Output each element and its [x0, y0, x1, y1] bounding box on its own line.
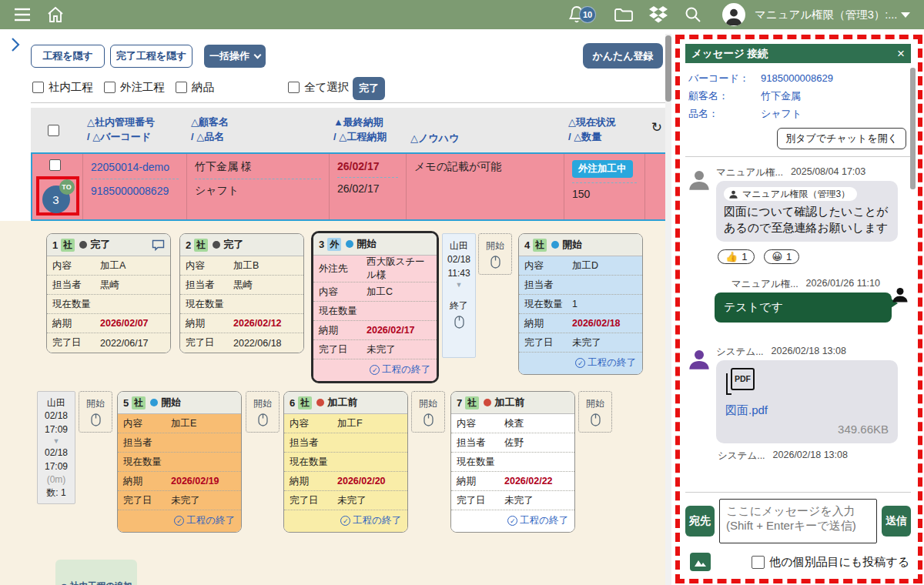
files-button[interactable] — [611, 2, 637, 28]
row-value-due: 2026/02/20 — [337, 476, 386, 486]
recipient-button[interactable]: 宛先 — [685, 506, 715, 537]
start-process-button[interactable]: 開始 — [79, 391, 112, 433]
select-all-checkbox[interactable] — [288, 82, 300, 93]
user-avatar[interactable] — [722, 3, 745, 26]
start-date: 02/18 — [444, 252, 474, 266]
card-header: 2 社 完了 — [180, 234, 303, 256]
hide-process-button[interactable]: 工程を隠す — [31, 45, 105, 68]
finish-process-link[interactable]: ✓工程の終了 — [507, 514, 568, 527]
mouse-icon — [258, 413, 268, 426]
filter-outsourced-checkbox[interactable] — [104, 82, 116, 93]
start-process-button[interactable]: 開始 — [411, 391, 445, 433]
collapse-sidebar-button[interactable] — [9, 36, 22, 56]
process-card-5[interactable]: 5 社 開始 内容加工E 担当者 現在数量 納期2026/02/19 完了日未完… — [117, 391, 242, 533]
message-time: 2026/02/18 13:08 — [772, 346, 846, 359]
open-chat-new-tab-button[interactable]: 別タブでチャットを開く — [777, 128, 906, 149]
start-process-button[interactable]: 開始 — [246, 391, 280, 433]
row-value-due: 2026/02/12 — [233, 318, 282, 329]
user-menu-label[interactable]: マニュアル権限（管理3）:... — [755, 8, 897, 22]
storage-button[interactable] — [645, 2, 671, 28]
user-menu-caret-icon[interactable] — [901, 12, 910, 18]
start-process-button[interactable]: 開始 — [578, 391, 612, 433]
comment-icon[interactable] — [152, 239, 165, 251]
row-label: 完了日 — [290, 494, 337, 507]
control-no-link[interactable]: 22050014-demo — [91, 160, 179, 174]
sender-name: システム... — [718, 450, 765, 460]
bulk-action-button[interactable]: 一括操作 — [204, 45, 266, 68]
complete-button[interactable]: 完了 — [353, 77, 385, 100]
select-all-label: 全て選択 — [304, 80, 349, 95]
chat-message-list[interactable]: マニュアル権...2025/08/04 17:03 マニュアル権限（管理3） 図… — [685, 156, 911, 492]
post-other-items-checkbox[interactable] — [752, 556, 765, 569]
panel-scrollbar-thumb[interactable] — [910, 68, 916, 189]
operator-name: 山田 — [39, 396, 73, 410]
item-label: 品名： — [688, 105, 761, 123]
end-date: 02/18 — [39, 446, 73, 460]
row-label: 内容 — [123, 417, 171, 430]
row-checkbox[interactable] — [49, 159, 61, 171]
finish-process-link[interactable]: ✓工程の終了 — [174, 514, 235, 527]
row-label: 担当者 — [524, 279, 572, 292]
status-badge[interactable]: 外注加工中 — [572, 160, 633, 178]
add-internal-process-button[interactable]: ⊕ 社内工程の追加 — [55, 560, 137, 585]
search-button[interactable] — [680, 2, 706, 28]
status-dot-icon — [213, 241, 220, 249]
menu-button[interactable] — [9, 2, 35, 28]
send-button[interactable]: 送信 — [882, 506, 911, 537]
process-card-6[interactable]: 6 社 加工前 内容加工F 担当者 現在数量 納期2026/02/20 完了日未… — [283, 391, 408, 533]
barcode-link[interactable]: 9185000008629 — [91, 184, 179, 198]
filter-internal-checkbox[interactable] — [32, 82, 44, 93]
process-card-7[interactable]: 7 社 加工前 内容検査 担当者佐野 現在数量 納期2026/02/22 完了日… — [450, 391, 575, 533]
item-value[interactable]: シャフト — [761, 105, 802, 123]
message-input[interactable] — [719, 499, 877, 543]
finish-process-link[interactable]: ✓工程の終了 — [370, 363, 430, 376]
header-status[interactable]: △現在状況/ △数量 — [562, 108, 643, 152]
finish-process-link[interactable]: ✓工程の終了 — [575, 356, 636, 369]
process-card-4[interactable]: 4 社 開始 内容加工D 担当者 現在数量1 納期2026/02/18 完了日未… — [518, 233, 643, 375]
filter-delivery-checkbox[interactable] — [176, 82, 187, 93]
process-card-2[interactable]: 2 社 完了 内容加工B 担当者黒崎 現在数量 納期2026/02/12 完了日… — [179, 233, 304, 353]
process-status: 開始 — [562, 238, 582, 252]
finish-process-link[interactable]: ✓工程の終了 — [340, 514, 401, 527]
process-card-1[interactable]: 1 社 完了 内容加工A 担当者黒崎 現在数量 納期2026/02/07 完了日… — [46, 233, 171, 353]
file-name-link[interactable]: 図面.pdf — [725, 403, 889, 418]
start-process-button[interactable]: 開始 — [478, 233, 512, 275]
process-status: 開始 — [357, 237, 377, 251]
unread-message-indicator[interactable]: 3 TO — [36, 176, 79, 216]
hide-done-process-button[interactable]: 完了工程を隠す — [110, 45, 192, 68]
chat-message-clipped: システム...2026/02/18 13:08 — [718, 450, 911, 460]
add-internal-process-label: 社内工程の追加 — [70, 580, 132, 585]
reaction-smile[interactable]: 😀1 — [764, 249, 799, 264]
main-scrollbar-thumb[interactable] — [665, 35, 671, 102]
pdf-file-icon[interactable]: PDF — [725, 368, 755, 396]
end-time: 17:09 — [39, 460, 73, 473]
attach-image-button[interactable] — [690, 553, 711, 571]
barcode-value[interactable]: 9185000008629 — [761, 70, 833, 88]
row-label: 完了日 — [52, 336, 100, 349]
easy-register-button[interactable]: かんたん登録 — [583, 43, 663, 69]
header-customer[interactable]: △顧客名/ △品名 — [185, 108, 327, 152]
table-row[interactable]: 3 TO 22050014-demo 9185000008629 竹下金属 様 … — [31, 152, 667, 221]
refresh-icon[interactable]: ↻ — [651, 119, 662, 138]
header-control-no[interactable]: △社内管理番号/ △バーコード — [81, 108, 185, 152]
header-knowhow[interactable]: △ノウハウ — [404, 108, 562, 152]
header-select-checkbox[interactable] — [48, 125, 59, 136]
close-icon[interactable]: × — [897, 46, 905, 62]
row-label: 現在数量 — [524, 298, 572, 311]
reaction-thumbs-up[interactable]: 👍1 — [718, 249, 755, 264]
main-scrollbar[interactable] — [665, 34, 671, 585]
card-header: 7 社 加工前 — [451, 392, 574, 414]
header-due[interactable]: ▲最終納期/ △工程納期 — [327, 108, 404, 152]
reaction-count: 1 — [742, 251, 747, 262]
home-button[interactable] — [42, 2, 69, 28]
customer-value[interactable]: 竹下金属 — [761, 88, 801, 105]
status-dot-icon — [484, 399, 491, 406]
mouse-icon[interactable] — [454, 316, 464, 329]
row-label: 内容 — [319, 286, 367, 299]
mention-chip[interactable]: マニュアル権限（管理3） — [724, 187, 857, 201]
process-card-3[interactable]: 3 外 開始 外注先西大阪スチール様 内容加工C 現在数量 納期2026/02/… — [311, 231, 439, 383]
row-value: 未完了 — [367, 343, 396, 356]
message-bubble: テストです — [715, 292, 892, 323]
row-label: 内容 — [186, 259, 233, 272]
row-label: 完了日 — [123, 494, 171, 507]
